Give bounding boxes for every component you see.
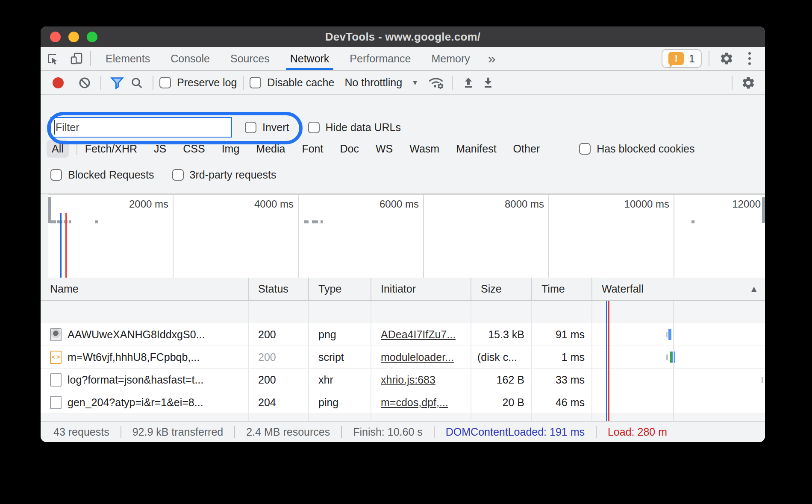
empty-stripe-row bbox=[41, 414, 765, 421]
waterfall-cell bbox=[592, 346, 765, 368]
divider bbox=[709, 51, 709, 66]
invert-filter-control: Invert bbox=[245, 121, 289, 134]
search-button[interactable] bbox=[127, 76, 147, 90]
type-filter-media[interactable]: Media bbox=[256, 143, 285, 155]
request-time: 1 ms bbox=[532, 346, 592, 368]
type-filter-doc[interactable]: Doc bbox=[340, 143, 359, 155]
more-tabs-button[interactable]: » bbox=[480, 47, 503, 70]
throttling-dropdown[interactable]: No throttling ▼ bbox=[344, 76, 418, 89]
preserve-log-checkbox[interactable] bbox=[159, 77, 171, 88]
column-header-initiator[interactable]: Initiator bbox=[371, 278, 471, 300]
tab-network[interactable]: Network bbox=[280, 47, 340, 70]
finish-time: Finish: 10.60 s bbox=[353, 426, 423, 438]
dom-content-loaded-marker bbox=[60, 213, 62, 278]
request-type: png bbox=[309, 323, 371, 346]
disable-cache-checkbox[interactable] bbox=[250, 77, 261, 88]
tab-console[interactable]: Console bbox=[160, 47, 220, 70]
preserve-log-control: Preserve log bbox=[159, 76, 237, 89]
request-time: 46 ms bbox=[532, 391, 592, 413]
column-header-time[interactable]: Time bbox=[532, 278, 592, 300]
type-filter-all[interactable]: All bbox=[47, 140, 69, 158]
overview-activity-mark bbox=[69, 220, 71, 223]
preserve-log-label: Preserve log bbox=[177, 76, 237, 89]
initiator-link[interactable]: moduleloader... bbox=[381, 351, 454, 363]
initiator-link[interactable]: m=cdos,dpf,... bbox=[381, 396, 448, 409]
waterfall-download-bar bbox=[668, 329, 671, 340]
column-header-waterfall[interactable]: Waterfall ▲ bbox=[592, 278, 765, 300]
filter-input[interactable] bbox=[56, 118, 231, 137]
empty-stripe-row bbox=[41, 301, 765, 323]
overview-activity-mark bbox=[321, 220, 323, 223]
table-row[interactable]: gen_204?atyp=i&r=1&ei=8... 204 ping m=cd… bbox=[41, 391, 765, 414]
request-type: script bbox=[309, 346, 371, 368]
settings-button[interactable] bbox=[715, 51, 738, 66]
requests-table-body: AAWUweXANHG8IddxgS0... 200 png ADea4I7If… bbox=[41, 301, 765, 421]
overview-activity-mark bbox=[304, 220, 309, 223]
table-row[interactable]: log?format=json&hasfast=t... 200 xhr xhr… bbox=[41, 369, 765, 391]
column-header-name[interactable]: Name bbox=[41, 278, 249, 300]
inspect-cursor-icon bbox=[45, 51, 60, 66]
waterfall-cell bbox=[592, 369, 765, 391]
divider bbox=[341, 426, 342, 438]
wifi-gear-icon bbox=[427, 76, 444, 90]
type-filter-img[interactable]: Img bbox=[222, 143, 240, 155]
issues-badge-button[interactable]: ! 1 bbox=[662, 49, 702, 68]
device-toolbar-icon bbox=[69, 51, 84, 66]
waterfall-gridline bbox=[673, 301, 674, 421]
overview-right-handle[interactable] bbox=[762, 197, 765, 223]
export-har-button[interactable] bbox=[478, 76, 498, 90]
inspect-element-button[interactable] bbox=[41, 47, 65, 70]
type-filter-js[interactable]: JS bbox=[154, 143, 166, 155]
record-network-log-button[interactable] bbox=[53, 77, 64, 88]
requests-table-header: Name Status Type Initiator Size Time Wat… bbox=[41, 278, 765, 301]
disable-cache-label: Disable cache bbox=[267, 76, 334, 89]
column-header-size[interactable]: Size bbox=[471, 278, 532, 300]
has-blocked-cookies-checkbox[interactable] bbox=[579, 143, 591, 155]
type-filter-ws[interactable]: WS bbox=[376, 143, 393, 155]
third-party-requests-checkbox[interactable] bbox=[172, 169, 184, 181]
type-filter-wasm[interactable]: Wasm bbox=[409, 143, 439, 155]
hide-data-urls-checkbox[interactable] bbox=[308, 122, 320, 133]
import-har-button[interactable] bbox=[459, 76, 478, 90]
invert-label: Invert bbox=[262, 121, 289, 134]
blocked-requests-checkbox[interactable] bbox=[50, 169, 62, 181]
throttling-value: No throttling bbox=[344, 76, 402, 89]
filter-toggle-button[interactable] bbox=[107, 76, 127, 90]
tab-memory[interactable]: Memory bbox=[421, 47, 480, 70]
tab-performance[interactable]: Performance bbox=[339, 47, 421, 70]
invert-checkbox[interactable] bbox=[245, 122, 256, 133]
type-filter-css[interactable]: CSS bbox=[183, 143, 205, 155]
clear-network-log-button[interactable] bbox=[75, 76, 94, 90]
table-row[interactable]: < > m=Wt6vjf,hhhU8,FCpbqb,... 200 script… bbox=[41, 346, 765, 369]
divider bbox=[234, 426, 235, 438]
tab-sources[interactable]: Sources bbox=[220, 47, 280, 70]
network-settings-button[interactable] bbox=[738, 76, 758, 90]
tab-elements[interactable]: Elements bbox=[95, 47, 160, 70]
overview-left-handle[interactable] bbox=[48, 197, 51, 223]
waterfall-queue-tick bbox=[666, 332, 668, 337]
overflow-menu-button[interactable] bbox=[738, 52, 761, 65]
device-toolbar-button[interactable] bbox=[65, 47, 88, 70]
type-filter-font[interactable]: Font bbox=[302, 143, 323, 155]
type-filter-other[interactable]: Other bbox=[513, 143, 540, 155]
load-event-marker bbox=[608, 301, 609, 421]
column-header-status[interactable]: Status bbox=[249, 278, 309, 300]
type-filter-fetch-xhr[interactable]: Fetch/XHR bbox=[85, 143, 137, 155]
network-overview-timeline[interactable]: 2000 ms 4000 ms 6000 ms 8000 ms 10000 ms… bbox=[48, 194, 765, 278]
blocked-requests-label: Blocked Requests bbox=[68, 169, 154, 181]
initiator-link[interactable]: ADea4I7IfZu7... bbox=[381, 328, 456, 341]
panel-tabs: Elements Console Sources Network Perform… bbox=[95, 47, 503, 70]
type-filter-manifest[interactable]: Manifest bbox=[456, 143, 496, 155]
initiator-link[interactable]: xhrio.js:683 bbox=[381, 374, 435, 386]
timeline-tick-label: 2000 ms bbox=[129, 198, 168, 210]
overview-activity-mark bbox=[312, 220, 318, 223]
has-blocked-cookies-control: Has blocked cookies bbox=[579, 143, 694, 155]
tabbar-right-controls: ! 1 bbox=[662, 47, 765, 70]
network-conditions-button[interactable] bbox=[426, 76, 446, 90]
window-title: DevTools - www.google.com/ bbox=[41, 30, 765, 44]
column-header-type[interactable]: Type bbox=[309, 278, 371, 300]
request-type: xhr bbox=[309, 369, 371, 391]
requests-count: 43 requests bbox=[53, 426, 109, 438]
table-row[interactable]: AAWUweXANHG8IddxgS0... 200 png ADea4I7If… bbox=[41, 323, 765, 346]
divider bbox=[153, 76, 153, 90]
